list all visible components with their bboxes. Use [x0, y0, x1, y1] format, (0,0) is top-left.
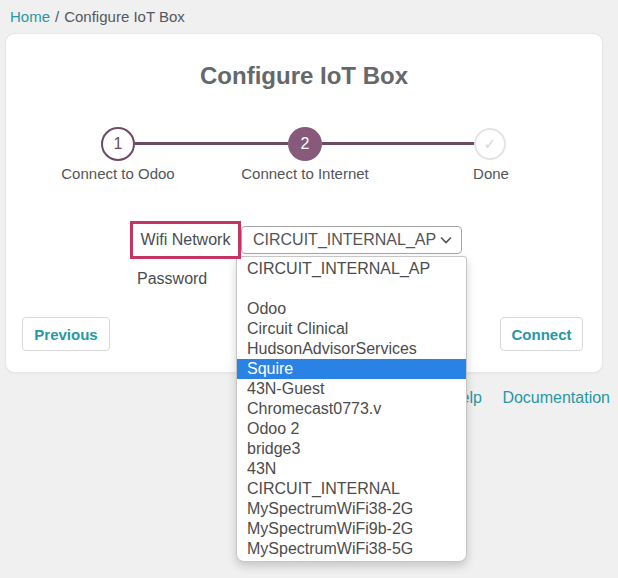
dropdown-option[interactable]: bridge3 — [237, 439, 466, 459]
wifi-network-select[interactable]: CIRCUIT_INTERNAL_AP — [241, 226, 462, 254]
step-2-label: Connect to Internet — [205, 165, 405, 182]
footer-links: Help Documentation — [449, 389, 610, 407]
page-title: Configure IoT Box — [6, 62, 602, 90]
step-3-label: Done — [391, 165, 591, 182]
dropdown-option[interactable]: CIRCUIT_INTERNAL — [237, 479, 466, 499]
dropdown-option[interactable]: Odoo 2 — [237, 419, 466, 439]
wifi-label-annotation-box: Wifi Network — [130, 221, 241, 259]
wifi-network-dropdown-list: CIRCUIT_INTERNAL_AP Odoo Circuit Clinica… — [236, 256, 467, 562]
dropdown-option[interactable]: CIRCUIT_INTERNAL_AP — [237, 259, 466, 279]
dropdown-option[interactable]: MySpectrumWiFi38-5G — [237, 539, 466, 559]
dropdown-option[interactable]: 43N — [237, 459, 466, 479]
dropdown-option[interactable]: MySpectrumWiFi38-2G — [237, 499, 466, 519]
step-2-indicator: 2 — [288, 127, 322, 161]
breadcrumb-current: Configure IoT Box — [64, 8, 185, 25]
connect-button[interactable]: Connect — [500, 317, 583, 351]
step-3-check-icon: ✓ — [474, 128, 506, 160]
breadcrumb-separator: / — [55, 8, 59, 25]
breadcrumb-home-link[interactable]: Home — [10, 8, 50, 25]
wifi-select-value: CIRCUIT_INTERNAL_AP — [253, 231, 440, 249]
dropdown-option-highlighted[interactable]: Squire — [237, 359, 466, 379]
step-1-indicator: 1 — [101, 127, 135, 161]
dropdown-option[interactable]: Circuit Clinical — [237, 319, 466, 339]
dropdown-option[interactable]: HudsonAdvisorServices — [237, 339, 466, 359]
dropdown-option[interactable]: Odoo — [237, 299, 466, 319]
password-label: Password — [137, 270, 207, 288]
step-connector-1 — [135, 142, 288, 145]
configure-iot-box-page: Home/Configure IoT Box Configure IoT Box… — [0, 0, 618, 578]
chevron-down-icon — [440, 237, 452, 244]
documentation-link[interactable]: Documentation — [502, 389, 610, 406]
wifi-network-label: Wifi Network — [141, 231, 231, 249]
breadcrumb: Home/Configure IoT Box — [10, 8, 185, 25]
dropdown-option[interactable]: Chromecast0773.v — [237, 399, 466, 419]
step-connector-2 — [322, 142, 475, 145]
step-1-label: Connect to Odoo — [18, 165, 218, 182]
previous-button[interactable]: Previous — [22, 317, 110, 351]
dropdown-option[interactable]: 43N-Guest — [237, 379, 466, 399]
dropdown-option[interactable] — [237, 279, 466, 299]
dropdown-option[interactable]: MySpectrumWiFi9b-2G — [237, 519, 466, 539]
